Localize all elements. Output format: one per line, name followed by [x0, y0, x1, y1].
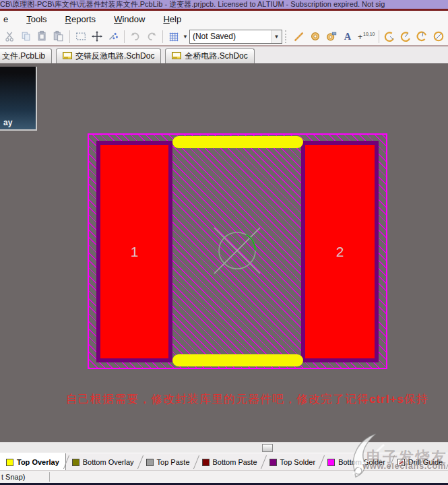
combobox-caret-icon[interactable]: ▼: [271, 30, 282, 43]
toolbar-grip: [285, 30, 288, 43]
horizontal-scrollbar-thumb[interactable]: [262, 444, 273, 452]
document-icon: [63, 51, 72, 61]
doc-tab-schdoc-flyback-label: 交错反激电路.SchDoc: [75, 51, 154, 62]
layer-tab-bottom-solder-label: Bottom Solder: [338, 458, 385, 466]
move-icon[interactable]: [89, 29, 105, 44]
grid-dropdown-caret-icon[interactable]: ▼: [183, 34, 188, 40]
layer-tab-bar: Top OverlayBottom OverlayTop PasteBottom…: [0, 453, 448, 471]
menu-item-tools[interactable]: Tools: [26, 14, 46, 24]
layer-tab-bottom-overlay-label: Bottom Overlay: [83, 458, 134, 466]
grid-preset-combobox[interactable]: (Not Saved) ▼: [189, 30, 282, 44]
note-text-post: 保持: [404, 393, 428, 406]
grid-preset-value: (Not Saved): [193, 32, 236, 41]
pad-1-number: 1: [131, 244, 139, 260]
window-titlebar: CB\原理图-PCB\库文件\元器件封装库文件.PcbLib - 逆变器.prj…: [0, 0, 448, 9]
layer-tab-top-solder-label: Top Solder: [280, 458, 316, 466]
menu-item-reports[interactable]: Reports: [65, 14, 96, 24]
menu-item-place[interactable]: e: [3, 14, 8, 24]
altium-pcb-library-window: CB\原理图-PCB\库文件\元器件封装库文件.PcbLib - 逆变器.prj…: [0, 0, 448, 485]
svg-text:A: A: [344, 31, 352, 42]
layer-tab-top-paste-label: Top Paste: [157, 458, 190, 466]
status-text: t Snap): [1, 473, 25, 481]
silkscreen-bar-bottom[interactable]: [172, 354, 303, 366]
cut-icon[interactable]: [2, 29, 18, 44]
toolbar-separator: [69, 30, 70, 43]
layer-tab-bottom-paste-label: Bottom Paste: [213, 458, 257, 466]
paste-icon[interactable]: [34, 29, 51, 44]
deselect-icon[interactable]: [105, 29, 121, 44]
note-text-pre: 自己根据需要，修改封装库里的元器件吧，修改完了记得: [66, 393, 369, 406]
undo-icon[interactable]: [127, 29, 143, 44]
docked-panel-tab[interactable]: ay: [0, 67, 37, 131]
toolbar-separator: [379, 30, 379, 43]
place-coordinate-icon[interactable]: +10,10: [356, 29, 376, 44]
note-hotkey: ctrl+s: [369, 393, 404, 406]
svg-text:+: +: [358, 32, 362, 42]
layer-tab-top-overlay[interactable]: Top Overlay: [0, 453, 66, 471]
layer-tab-top-overlay-color-swatch: [6, 459, 13, 466]
layer-tab-drill-guide[interactable]: Drill Guide: [391, 453, 448, 471]
place-via-icon[interactable]: [323, 29, 340, 44]
redo-icon[interactable]: [143, 29, 160, 44]
arc-edge-icon[interactable]: [398, 29, 414, 44]
doc-tab-schdoc-fullbridge-label: 全桥电路.SchDoc: [185, 51, 247, 62]
docked-panel-label: ay: [3, 118, 12, 127]
window-title: CB\原理图-PCB\库文件\元器件封装库文件.PcbLib - 逆变器.prj…: [0, 0, 385, 8]
layer-tab-bottom-solder[interactable]: Bottom Solder: [321, 453, 391, 471]
menu-item-help[interactable]: Help: [163, 14, 181, 24]
place-line-icon[interactable]: [291, 29, 307, 44]
layer-tab-top-paste-color-swatch: [146, 459, 154, 466]
pcb-editor-canvas[interactable]: ay 1 2 自己根据需要，修改封装库里的元器件吧，修改完了记得ctrl+s保持: [0, 63, 448, 442]
layer-tab-top-paste[interactable]: Top Paste: [140, 453, 196, 471]
layer-tab-bottom-solder-color-swatch: [327, 459, 335, 466]
origin-marker-icon[interactable]: [210, 224, 264, 278]
status-bar-separator: [49, 472, 50, 482]
doc-tab-pcblib-label: 文件.PcbLib: [2, 51, 45, 62]
document-icon: [172, 51, 181, 61]
document-tab-bar: 文件.PcbLib交错反激电路.SchDoc全桥电路.SchDoc: [0, 46, 448, 64]
layer-tab-bottom-overlay[interactable]: Bottom Overlay: [66, 453, 140, 471]
pad-2-number: 2: [336, 244, 344, 260]
horizontal-scrollbar[interactable]: [0, 442, 448, 453]
layer-tab-drill-guide-label: Drill Guide: [408, 458, 443, 466]
grid-settings-icon[interactable]: [166, 29, 182, 44]
layer-tab-bottom-overlay-color-swatch: [72, 459, 79, 466]
copy-icon[interactable]: [18, 29, 34, 44]
layer-tab-bottom-paste[interactable]: Bottom Paste: [196, 453, 263, 471]
place-pad-icon[interactable]: [307, 29, 323, 44]
pad-2[interactable]: 2: [301, 141, 379, 362]
toolbar-separator: [162, 30, 163, 43]
arc-angles-icon[interactable]: [414, 29, 430, 44]
menu-item-window[interactable]: Window: [114, 14, 145, 24]
layer-tab-drill-guide-color-swatch: [397, 459, 405, 466]
canvas-note-text[interactable]: 自己根据需要，修改封装库里的元器件吧，修改完了记得ctrl+s保持: [66, 391, 428, 407]
doc-tab-pcblib[interactable]: 文件.PcbLib: [0, 48, 52, 63]
doc-tab-schdoc-flyback[interactable]: 交错反激电路.SchDoc: [56, 48, 161, 63]
layer-tab-top-overlay-label: Top Overlay: [17, 458, 59, 466]
coordinate-label: 10,10: [363, 32, 375, 36]
toolbar-separator: [124, 30, 125, 43]
arc-center-icon[interactable]: [382, 29, 398, 44]
silkscreen-bar-top[interactable]: [172, 136, 303, 148]
doc-tab-schdoc-fullbridge[interactable]: 全桥电路.SchDoc: [165, 48, 254, 63]
marquee-select-icon[interactable]: [73, 29, 89, 44]
paste-special-icon[interactable]: [51, 29, 67, 44]
place-string-icon[interactable]: A: [340, 29, 356, 44]
main-toolbar: ▼ (Not Saved) ▼ A +10,10: [0, 28, 448, 46]
pad-1[interactable]: 1: [96, 141, 172, 362]
full-circle-icon[interactable]: [430, 29, 447, 44]
layer-tab-bottom-paste-color-swatch: [202, 459, 210, 466]
layer-tab-top-solder-color-swatch: [269, 459, 277, 466]
menu-bar: eToolsReportsWindowHelp: [0, 11, 448, 28]
layer-tab-top-solder[interactable]: Top Solder: [263, 453, 322, 471]
